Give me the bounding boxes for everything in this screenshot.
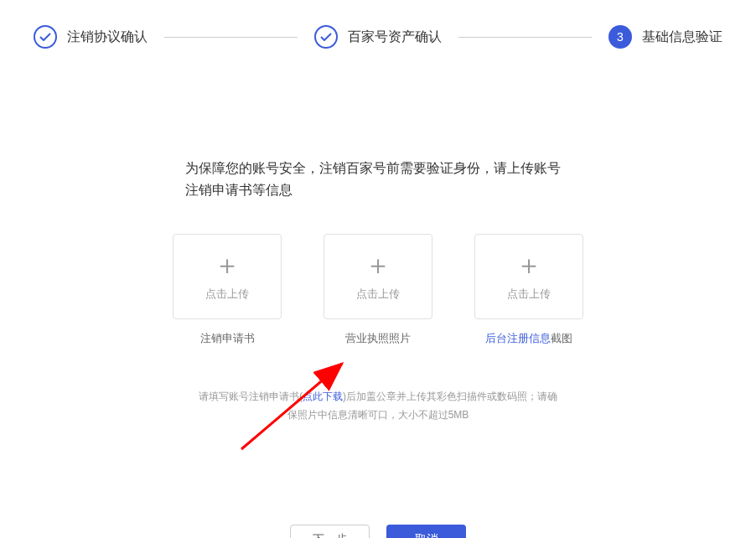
check-icon: [39, 33, 51, 41]
next-button[interactable]: 下一步: [290, 525, 370, 538]
upload-text: 点击上传: [356, 287, 400, 302]
upload-zone-license[interactable]: ＋ 点击上传: [324, 234, 432, 319]
hint-prefix: 请填写账号注销申请书(: [199, 391, 303, 402]
step-3: 3 基础信息验证: [608, 25, 722, 49]
plus-icon: ＋: [515, 251, 542, 278]
step-1: 注销协议确认: [34, 25, 148, 49]
upload-row: ＋ 点击上传 注销申请书 ＋ 点击上传 营业执照照片 ＋ 点击上传 后台注册信息…: [0, 234, 756, 346]
upload-box-application: ＋ 点击上传 注销申请书: [173, 234, 282, 346]
check-icon: [320, 33, 332, 41]
progress-stepper: 注销协议确认 百家号资产确认 3 基础信息验证: [0, 0, 756, 65]
upload-label-screenshot-suffix: 截图: [551, 332, 572, 344]
upload-box-license: ＋ 点击上传 营业执照照片: [324, 234, 432, 346]
download-link[interactable]: 点此下载: [303, 391, 343, 402]
step-3-label: 基础信息验证: [642, 28, 722, 46]
step-2-circle: [314, 25, 338, 49]
hint-text: 请填写账号注销申请书(点此下载)后加盖公章并上传其彩色扫描件或数码照；请确 保照…: [0, 388, 756, 424]
step-1-circle: [34, 25, 57, 49]
step-3-circle: 3: [608, 25, 632, 49]
hint-line2: 保照片中信息清晰可口，大小不超过5MB: [287, 409, 469, 421]
upload-label-screenshot: 后台注册信息截图: [485, 331, 572, 346]
step-line-2: [458, 37, 592, 38]
upload-zone-application[interactable]: ＋ 点击上传: [173, 234, 282, 319]
main-content: 为保障您的账号安全，注销百家号前需要验证身份，请上传账号注销申请书等信息 ＋ 点…: [0, 65, 756, 538]
upload-text: 点击上传: [507, 287, 551, 302]
cancel-button[interactable]: 取消: [386, 525, 466, 538]
step-line-1: [164, 37, 298, 38]
step-2: 百家号资产确认: [314, 25, 442, 49]
upload-label-application: 注销申请书: [200, 331, 255, 346]
plus-icon: ＋: [214, 251, 241, 278]
button-row: 下一步 取消: [0, 525, 756, 538]
upload-box-screenshot: ＋ 点击上传 后台注册信息截图: [474, 234, 583, 346]
upload-text: 点击上传: [205, 287, 249, 302]
upload-zone-screenshot[interactable]: ＋ 点击上传: [474, 234, 583, 319]
upload-label-screenshot-blue: 后台注册信息: [485, 332, 551, 344]
hint-suffix: )后加盖公章并上传其彩色扫描件或数码照；请确: [343, 391, 557, 402]
plus-icon: ＋: [365, 251, 391, 278]
upload-label-license: 营业执照照片: [345, 331, 411, 346]
step-1-label: 注销协议确认: [67, 28, 148, 46]
instruction-text: 为保障您的账号安全，注销百家号前需要验证身份，请上传账号注销申请书等信息: [185, 158, 571, 200]
step-2-label: 百家号资产确认: [348, 28, 442, 46]
